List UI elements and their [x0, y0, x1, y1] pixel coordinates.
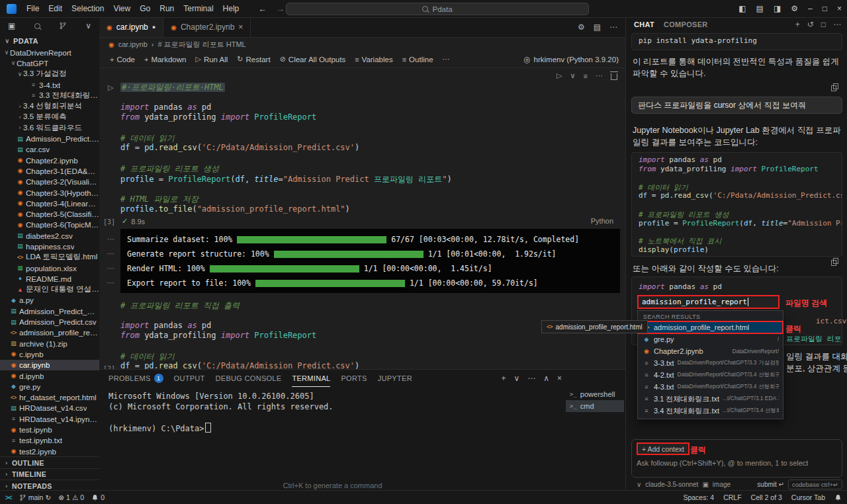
explorer-section-header[interactable]: ∨ PDATA: [0, 34, 99, 47]
tree-item[interactable]: ›3.6 워드클라우드: [0, 122, 99, 133]
cell-more-icon[interactable]: ⋯: [596, 71, 603, 80]
breadcrumb-file[interactable]: car.ipynb: [118, 40, 148, 48]
forward-icon[interactable]: →: [276, 4, 285, 14]
tree-item[interactable]: ›3.4 선형회귀분석: [0, 101, 99, 111]
code-cell-1[interactable]: #·프로파일링·리포트·HTML import pandas as pdfrom…: [120, 82, 452, 214]
toggle-sidebar-icon[interactable]: ◧: [738, 4, 746, 13]
chat-tab-composer[interactable]: COMPOSER: [664, 21, 708, 28]
search-result-item[interactable]: ≡3.1 전체대화링크.txt...t/ChatGPT/3.1 EDA 기술통계…: [638, 393, 783, 405]
panel-tab-output[interactable]: OUTPUT: [174, 370, 205, 387]
terminal-instance-powershell[interactable]: >_powershell: [566, 388, 624, 400]
new-terminal-icon[interactable]: +: [501, 374, 506, 383]
tree-item[interactable]: ◆gre.py: [0, 381, 99, 392]
tree-item[interactable]: <>hr_dataset_report.html: [0, 392, 99, 403]
cell-language-label[interactable]: Python: [591, 217, 613, 225]
search-result-item[interactable]: ≡4-2.txtDataDrivenReport/ChatGPT/3.4 선형회…: [638, 369, 783, 381]
toggle-panel-icon[interactable]: ▤: [756, 4, 764, 13]
tree-item[interactable]: ◉test.ipynb: [0, 424, 99, 435]
submit-button[interactable]: submit ↵: [757, 481, 784, 488]
run-all-button[interactable]: ▷Run All: [191, 55, 232, 63]
image-icon[interactable]: ▣: [702, 481, 708, 488]
toggle-secondary-sidebar-icon[interactable]: ◨: [774, 4, 781, 13]
chat-history-icon[interactable]: ↺: [807, 20, 814, 29]
search-result-item[interactable]: ◆gre.py/: [638, 333, 783, 345]
tree-item[interactable]: ≡3-4.txt: [0, 79, 99, 90]
close-tab-icon[interactable]: ×: [238, 22, 243, 32]
search-result-item[interactable]: ◉Chapter2.ipynbDataDrivenReport/: [638, 345, 783, 357]
menu-go[interactable]: Go: [135, 4, 155, 13]
bell-icon[interactable]: [834, 494, 842, 501]
minimize-icon[interactable]: –: [808, 4, 813, 13]
command-center-search[interactable]: Pdata: [286, 3, 589, 15]
tree-item[interactable]: ◉test2.ipynb: [0, 446, 99, 456]
output-menu-icon[interactable]: ⋯: [107, 231, 114, 246]
chat-tab-chat[interactable]: CHAT: [634, 21, 654, 28]
menu-terminal[interactable]: Terminal: [179, 4, 218, 13]
new-chat-icon[interactable]: +: [795, 20, 800, 29]
restart-kernel-button[interactable]: ↻Restart: [233, 55, 274, 63]
tree-item[interactable]: ≡test.ipynb.txt: [0, 435, 99, 446]
tree-item[interactable]: ◉Chapter3-6(TopicModeli...: [0, 220, 99, 230]
more-actions-icon[interactable]: ⋯: [609, 22, 617, 32]
outline-button[interactable]: ≡Outline: [398, 56, 437, 63]
execute-cell-icon[interactable]: ▷: [557, 71, 562, 80]
search-view-icon[interactable]: [34, 23, 40, 29]
variables-button[interactable]: ≡Variables: [351, 56, 397, 63]
chat-input-placeholder[interactable]: Ask followup (Ctrl+Shift+Y), @ to mentio…: [637, 459, 808, 467]
tree-item[interactable]: ◉Chapter3-3(Hypothesis_t...: [0, 187, 99, 198]
search-result-item[interactable]: ≡3.4 전체대화링크.txt...t/ChatGPT/3.4 선형회귀분석/: [638, 405, 783, 417]
copy-response-icon[interactable]: [831, 83, 838, 91]
panel-tab-jupyter[interactable]: JUPYTER: [378, 370, 412, 387]
cell-indicator[interactable]: Cell 2 of 3: [751, 493, 782, 501]
close-panel-icon[interactable]: ×: [557, 374, 562, 383]
copy-response-icon[interactable]: [831, 258, 838, 266]
close-window-icon[interactable]: ×: [837, 4, 842, 13]
tree-item[interactable]: ▤Admission_Predict.csv: [0, 316, 99, 327]
breadcrumb[interactable]: ◉ car.ipynb › # 프로파일링 리포트 HTML: [99, 38, 625, 51]
cell-menu-icon[interactable]: ≡: [584, 72, 588, 80]
sidebar-section-notepads[interactable]: ›NOTEPADS: [0, 480, 99, 491]
panel-tab-terminal[interactable]: TERMINAL: [292, 370, 330, 387]
tree-item[interactable]: <>admission_profile_report.h...: [0, 327, 99, 338]
model-picker[interactable]: claude-3.5-sonnet: [645, 481, 698, 488]
search-result-item[interactable]: ≡3-3.txtDataDrivenReport/ChatGPT/3.3 가설검…: [638, 357, 783, 369]
output-menu-icon[interactable]: ⋯: [107, 246, 114, 261]
tree-item[interactable]: ▤happiness.csv: [0, 241, 99, 251]
menu-selection[interactable]: Selection: [67, 4, 109, 13]
tree-item[interactable]: ▤diabetes2.csv: [0, 230, 99, 241]
output-menu-icon[interactable]: ⋯: [107, 261, 114, 275]
problems-indicator[interactable]: ⊗1 ⚠0: [58, 493, 84, 501]
editor-settings-icon[interactable]: ⚙: [578, 22, 585, 32]
notifications-count[interactable]: 0: [91, 493, 105, 501]
clear-outputs-button[interactable]: ⊘Clear All Outputs: [276, 55, 350, 63]
file-search-input[interactable]: admission_profile_report: [637, 295, 780, 309]
add-markdown-cell-button[interactable]: +Markdown: [140, 56, 191, 63]
menu-view[interactable]: View: [109, 4, 135, 13]
codebase-button[interactable]: codebase ctrl+↵: [788, 480, 842, 489]
tree-item[interactable]: ◉Chapter3-5(Classification...: [0, 208, 99, 219]
kernel-picker[interactable]: ◎hrkimenv (Python 3.9.20): [523, 55, 619, 64]
settings-gear-icon[interactable]: ⚙: [791, 4, 798, 13]
tree-item[interactable]: ∨DataDrivenReport: [0, 47, 99, 58]
terminal-output[interactable]: Microsoft Windows [Version 10.0.26100.26…: [109, 391, 334, 434]
add-context-button[interactable]: + Add context: [637, 442, 690, 455]
back-icon[interactable]: ←: [258, 4, 267, 14]
delete-cell-icon[interactable]: [611, 73, 617, 80]
tree-item[interactable]: ▲문재인 대통령 연설문 선...: [0, 284, 99, 295]
tree-item[interactable]: ◉Chapter3-4(Linear_Regre...: [0, 198, 99, 208]
menu-help[interactable]: Help: [218, 4, 244, 13]
tree-item[interactable]: ▤HRDataset_v14.csv: [0, 403, 99, 413]
tree-item[interactable]: ●README.md: [0, 273, 99, 284]
tree-item[interactable]: ▦population.xlsx: [0, 263, 99, 273]
cell-collapse-icon[interactable]: ∨: [570, 71, 576, 80]
maximize-icon[interactable]: □: [823, 4, 827, 13]
chat-more-icon[interactable]: ⋯: [833, 20, 841, 29]
search-result-item[interactable]: <>admission_profile_report.html: [638, 321, 783, 333]
panel-more-icon[interactable]: ⋯: [527, 374, 535, 383]
tree-item[interactable]: ∨ChatGPT: [0, 58, 99, 68]
cursor-tab-indicator[interactable]: Cursor Tab: [791, 493, 825, 501]
views-chevron-icon[interactable]: ∨: [85, 21, 91, 30]
tree-item[interactable]: <>LDA 토픽모델링.html: [0, 252, 99, 263]
tab-car-ipynb[interactable]: ◉ car.ipynb ●: [99, 17, 163, 37]
tree-item[interactable]: ◉c.ipynb: [0, 349, 99, 359]
